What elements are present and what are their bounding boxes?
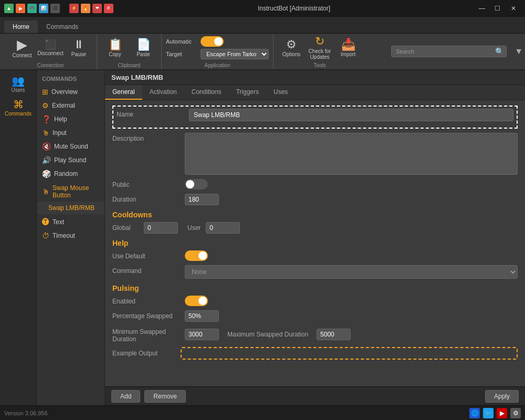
- bottom-bar: Add Remove Apply: [105, 386, 525, 405]
- toolbar: ▶ Connect ⬛ Disconnect ⏸ Pause Connectio…: [0, 34, 525, 70]
- enabled-toggle[interactable]: [185, 296, 208, 306]
- copy-label: Copy: [109, 51, 121, 57]
- command-row: Command None: [112, 265, 518, 279]
- percentage-label: Percentage Swapped: [112, 310, 181, 320]
- target-label: Target: [166, 51, 197, 57]
- tab-general[interactable]: General: [105, 85, 142, 100]
- titlebar-controls[interactable]: — ☐ ✕: [475, 3, 521, 14]
- external-icon: ⚙: [42, 101, 49, 110]
- global-input[interactable]: [144, 222, 178, 234]
- statusbar-icons: 🌐 🐦 ▶ ⚙: [469, 408, 521, 418]
- disconnect-button[interactable]: ⬛ Disconnect: [37, 32, 64, 64]
- app-icon-1: ▲: [4, 4, 14, 13]
- options-label: Options: [282, 51, 300, 57]
- nav-item-timeout[interactable]: ⏱ Timeout: [37, 229, 104, 243]
- copy-icon: 📋: [108, 39, 122, 50]
- import-button[interactable]: 📥 Import: [334, 32, 362, 64]
- tab-triggers[interactable]: Triggers: [228, 85, 266, 100]
- content-header: Swap LMB/RMB: [105, 70, 525, 85]
- nav-item-swap-lmb-rmb[interactable]: Swap LMB/RMB: [37, 202, 104, 214]
- nav-item-help[interactable]: ❓ Help: [37, 112, 104, 126]
- tab-commands[interactable]: Commands: [38, 20, 87, 33]
- min-duration-input[interactable]: [185, 329, 219, 340]
- connect-button[interactable]: ▶ Connect: [8, 32, 36, 64]
- connect-label: Connect: [12, 52, 32, 58]
- commands-icon: ⌘: [13, 99, 24, 110]
- automatic-toggle[interactable]: [201, 36, 224, 47]
- mute-sound-icon: 🔇: [42, 142, 51, 151]
- nav-item-external[interactable]: ⚙ External: [37, 99, 104, 112]
- nav-item-random[interactable]: 🎲 Random: [37, 167, 104, 181]
- description-row: Description: [112, 133, 518, 175]
- content-area: Swap LMB/RMB General Activation Conditio…: [105, 70, 525, 405]
- max-duration-label: Maximum Swapped Duration: [227, 331, 308, 338]
- percentage-row: Percentage Swapped: [112, 310, 518, 322]
- sidebar-item-users[interactable]: 👥 Users: [0, 72, 36, 96]
- overview-icon: ⊞: [42, 88, 48, 96]
- example-output-row: Example Output: [112, 347, 518, 360]
- nav-panel: Commands ⊞ Overview ⚙ External ❓ Help 🖱 …: [37, 70, 105, 405]
- disconnect-label: Disconnect: [37, 50, 63, 56]
- tab-conditions[interactable]: Conditions: [184, 85, 229, 100]
- status-icon-globe[interactable]: 🌐: [469, 408, 480, 418]
- status-icon-twitter[interactable]: 🐦: [483, 408, 494, 418]
- sidebar-item-commands[interactable]: ⌘ Commands: [0, 96, 36, 120]
- options-button[interactable]: ⚙ Options: [278, 32, 305, 64]
- add-button[interactable]: Add: [111, 390, 140, 403]
- nav-item-play-sound[interactable]: 🔊 Play Sound: [37, 153, 104, 167]
- duration-row: Duration: [112, 194, 518, 205]
- status-icon-youtube[interactable]: ▶: [497, 408, 507, 418]
- description-input[interactable]: [185, 133, 518, 175]
- titlebar-title: InstructBot [Administrator]: [258, 5, 330, 12]
- pause-button[interactable]: ⏸ Pause: [65, 32, 92, 64]
- random-icon: 🎲: [42, 170, 51, 178]
- disconnect-icon: ⬛: [45, 40, 56, 49]
- search-input[interactable]: [391, 46, 507, 57]
- command-label: Command: [112, 265, 181, 275]
- app-icon-9: 🎯: [104, 4, 113, 13]
- enabled-label: Enabled: [112, 296, 181, 305]
- user-input[interactable]: [206, 222, 240, 234]
- paste-button[interactable]: 📄 Paste: [130, 32, 157, 64]
- max-duration-input[interactable]: [317, 329, 351, 340]
- percentage-input[interactable]: [185, 310, 219, 322]
- status-icon-settings[interactable]: ⚙: [510, 408, 521, 418]
- sidebar-commands-label: Commands: [5, 111, 32, 117]
- maximize-button[interactable]: ☐: [490, 3, 505, 14]
- remove-button[interactable]: Remove: [144, 390, 186, 403]
- name-input[interactable]: [189, 109, 513, 121]
- check-updates-button[interactable]: ↻ Check for Updates: [306, 32, 333, 64]
- target-select[interactable]: Escape From Tarkov: [201, 49, 269, 59]
- duration-input[interactable]: [185, 194, 219, 205]
- nav-item-swap-mouse[interactable]: 🖱 Swap Mouse Button: [37, 182, 104, 202]
- nav-item-overview[interactable]: ⊞ Overview: [37, 85, 104, 99]
- app-icon-4: 📊: [39, 4, 48, 13]
- version-label: Version 3.06.956: [4, 410, 48, 416]
- search-icon: 🔍: [495, 47, 504, 56]
- nav-item-mute-sound[interactable]: 🔇 Mute Sound: [37, 140, 104, 153]
- minimize-button[interactable]: —: [475, 3, 489, 14]
- tab-uses[interactable]: Uses: [266, 85, 295, 100]
- public-toggle[interactable]: [185, 179, 208, 190]
- nav-item-text[interactable]: 🅣 Text: [37, 215, 104, 229]
- form-area: Name Description Public Duration Cooldow…: [105, 100, 525, 386]
- toolbar-connection-group: ▶ Connect ⬛ Disconnect ⏸ Pause Connectio…: [4, 34, 97, 69]
- example-output-box: [181, 347, 518, 360]
- text-icon: 🅣: [42, 218, 49, 226]
- toolbar-collapse-button[interactable]: ▼: [514, 47, 523, 56]
- paste-label: Paste: [136, 51, 150, 57]
- connect-icon: ▶: [17, 38, 27, 51]
- tools-group-label: Tools: [313, 62, 326, 68]
- nav-item-input[interactable]: 🖱 Input: [37, 126, 104, 140]
- use-default-toggle[interactable]: [185, 250, 208, 261]
- tab-home[interactable]: Home: [4, 20, 38, 33]
- enabled-row: Enabled: [112, 296, 518, 306]
- copy-button[interactable]: 📋 Copy: [101, 32, 129, 64]
- close-button[interactable]: ✕: [506, 3, 521, 14]
- import-label: Import: [341, 51, 355, 57]
- apply-button[interactable]: Apply: [485, 390, 519, 403]
- command-select[interactable]: None: [185, 265, 518, 279]
- public-label: Public: [112, 179, 181, 188]
- connection-group-label: Connection: [37, 62, 64, 68]
- tab-activation[interactable]: Activation: [142, 85, 184, 100]
